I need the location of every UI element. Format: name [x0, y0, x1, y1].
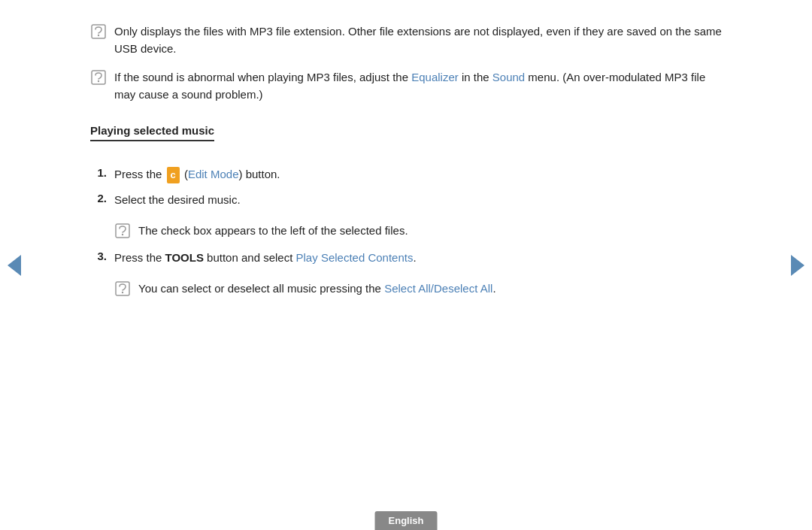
step-1-content: Press the c (Edit Mode) button.	[114, 165, 722, 183]
main-content: Only displays the files with MP3 file ex…	[0, 0, 812, 301]
step-2-content: Select the desired music.	[114, 191, 241, 208]
steps-list: 1. Press the c (Edit Mode) button. 2. Se…	[90, 165, 722, 301]
step-3-subnote: You can select or deselect all music pre…	[90, 280, 496, 297]
note-item-2: If the sound is abnormal when playing MP…	[90, 68, 722, 104]
nav-arrow-right[interactable]	[791, 255, 804, 276]
note-text-1: Only displays the files with MP3 file ex…	[114, 23, 722, 58]
svg-point-7	[122, 292, 123, 293]
section-heading: Playing selected music	[90, 124, 214, 141]
link-play-selected[interactable]: Play Selected Contents	[296, 251, 414, 264]
svg-point-3	[98, 80, 99, 81]
link-sound[interactable]: Sound	[492, 71, 525, 83]
step-2-note-icon	[114, 223, 131, 239]
svg-point-1	[98, 35, 99, 36]
link-equalizer[interactable]: Equalizer	[411, 71, 459, 83]
step-2-subnote: The check box appears to the left of the…	[90, 222, 408, 239]
step-1-num: 1.	[90, 165, 107, 179]
tools-bold: TOOLS	[165, 251, 204, 264]
step-1: 1. Press the c (Edit Mode) button.	[90, 165, 722, 183]
note-icon-2	[90, 69, 107, 86]
step-3-note-icon	[114, 280, 131, 297]
step-3-num: 3.	[90, 249, 107, 262]
step-3: 3. Press the TOOLS button and select Pla…	[90, 249, 722, 302]
note-icon-1	[90, 23, 107, 40]
note-text-2: If the sound is abnormal when playing MP…	[114, 68, 722, 104]
step-2-subnote-text: The check box appears to the left of the…	[138, 222, 408, 239]
footer-language-badge: English	[375, 511, 438, 530]
link-edit-mode[interactable]: Edit Mode	[188, 168, 239, 180]
step-2: 2. Select the desired music. The check b…	[90, 191, 722, 244]
note-item-1: Only displays the files with MP3 file ex…	[90, 23, 722, 58]
step-3-subnote-text: You can select or deselect all music pre…	[138, 280, 496, 297]
step-3-content: Press the TOOLS button and select Play S…	[114, 249, 417, 266]
link-select-all[interactable]: Select All/Deselect All	[384, 282, 492, 295]
edit-mode-badge: c	[167, 167, 180, 183]
nav-arrow-left[interactable]	[8, 255, 21, 276]
step-2-num: 2.	[90, 191, 107, 204]
svg-point-5	[122, 234, 123, 235]
